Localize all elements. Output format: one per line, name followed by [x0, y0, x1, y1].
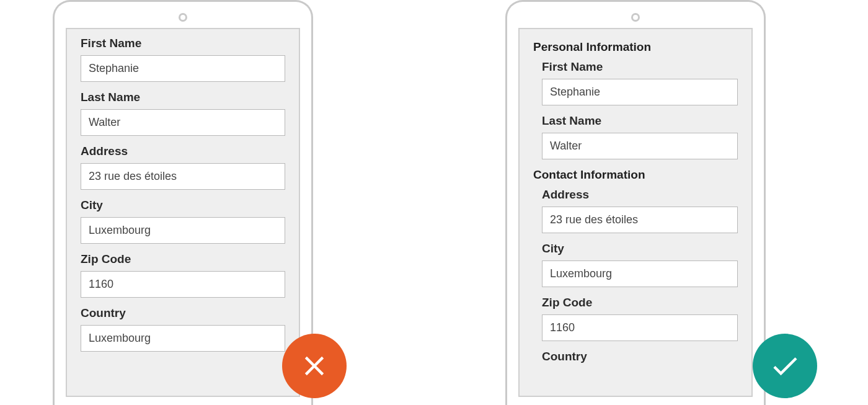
label-zip: Zip Code	[81, 252, 285, 266]
label-city: City	[542, 242, 738, 256]
input-first-name[interactable]	[542, 79, 738, 105]
label-first-name: First Name	[542, 60, 738, 74]
label-country: Country	[81, 306, 285, 320]
input-zip[interactable]	[81, 271, 285, 298]
label-address: Address	[81, 145, 285, 158]
field-city: City	[542, 242, 738, 287]
input-address[interactable]	[542, 207, 738, 233]
check-icon	[769, 350, 801, 382]
field-last-name: Last Name	[81, 91, 285, 136]
input-last-name[interactable]	[81, 109, 285, 136]
field-last-name: Last Name	[542, 114, 738, 159]
input-first-name[interactable]	[81, 55, 285, 82]
field-zip: Zip Code	[81, 252, 285, 298]
label-last-name: Last Name	[81, 91, 285, 104]
input-city[interactable]	[542, 260, 738, 287]
input-last-name[interactable]	[542, 133, 738, 159]
label-country: Country	[542, 350, 738, 363]
label-first-name: First Name	[81, 37, 285, 50]
section-title-contact: Contact Information	[533, 168, 738, 182]
phone-mockup-bad: First Name Last Name Address City Zip Co…	[53, 0, 313, 405]
input-city[interactable]	[81, 217, 285, 244]
input-country[interactable]	[81, 325, 285, 352]
phone-speaker-icon	[631, 13, 640, 22]
field-country: Country	[81, 306, 285, 352]
field-country: Country	[542, 350, 738, 363]
field-zip: Zip Code	[542, 296, 738, 341]
cross-badge	[282, 334, 347, 398]
field-city: City	[81, 198, 285, 244]
phone-speaker-icon	[179, 13, 187, 22]
label-city: City	[81, 198, 285, 212]
section-title-personal: Personal Information	[533, 40, 738, 54]
check-badge	[753, 334, 817, 398]
label-address: Address	[542, 188, 738, 202]
screen-bad: First Name Last Name Address City Zip Co…	[66, 28, 300, 397]
cross-icon	[298, 350, 330, 382]
input-zip[interactable]	[542, 314, 738, 341]
phone-mockup-good: Personal Information First Name Last Nam…	[505, 0, 766, 405]
field-first-name: First Name	[542, 60, 738, 105]
field-address: Address	[81, 145, 285, 190]
field-address: Address	[542, 188, 738, 233]
label-zip: Zip Code	[542, 296, 738, 309]
input-address[interactable]	[81, 163, 285, 190]
label-last-name: Last Name	[542, 114, 738, 128]
screen-good: Personal Information First Name Last Nam…	[518, 28, 753, 397]
field-first-name: First Name	[81, 37, 285, 82]
